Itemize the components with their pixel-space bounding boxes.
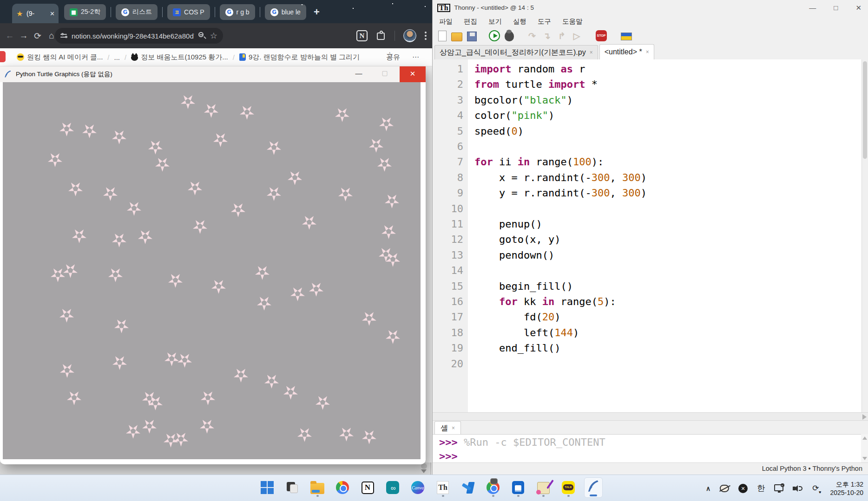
photos-sync-icon[interactable]: ⟳♥: [812, 483, 819, 493]
run-icon[interactable]: [489, 30, 500, 41]
display-network-icon[interactable]: [774, 484, 783, 491]
url-text[interactable]: notion.so/wonking/9-28e4314be62a80d7be33…: [72, 32, 194, 40]
new-tab-button[interactable]: +: [311, 6, 322, 18]
code-line: x = r.randint(-300, 300): [474, 172, 647, 183]
editor-hscrollbar[interactable]: [433, 412, 868, 421]
taskbar-blue-doc-app-icon[interactable]: [509, 477, 527, 498]
notion-extension-icon[interactable]: N: [356, 30, 368, 41]
taskbar-clock[interactable]: 오후 1:32 2025-10-20: [830, 480, 863, 497]
line-number: 12: [435, 234, 463, 245]
chrome-tab[interactable]: 코COS P: [167, 4, 210, 20]
shell-scroll-down-icon[interactable]: [862, 457, 867, 460]
shell-tab[interactable]: 셸 ×: [434, 421, 461, 435]
turtle-star: [188, 182, 202, 195]
chrome-menu-icon[interactable]: [425, 32, 427, 40]
taskbar-thonny-icon[interactable]: Th: [434, 477, 452, 498]
tray-chevron-up-icon[interactable]: ∧: [706, 485, 710, 492]
taskbar-chrome-profile-icon[interactable]: [484, 477, 502, 498]
breadcrumb-item[interactable]: 9강. 랜덤함수로 밤하늘의 별 그리기: [239, 53, 360, 62]
editor-tab[interactable]: <untitled> *×: [599, 44, 654, 59]
menu-item[interactable]: 파일: [439, 17, 453, 26]
shell-tab-close-icon[interactable]: ×: [452, 425, 455, 431]
taskbar-windows-start-icon[interactable]: [258, 477, 276, 498]
turtle-star: [231, 203, 245, 217]
debug-icon[interactable]: [505, 31, 514, 41]
stop-icon[interactable]: STOP: [596, 30, 607, 41]
taskbar-diary-app-icon[interactable]: [534, 477, 552, 498]
new-file-icon[interactable]: [438, 31, 447, 41]
code-editor[interactable]: 1234567891011121314151617181920 import r…: [433, 59, 861, 412]
turtle-title-bar[interactable]: Python Turtle Graphics (응답 없음) — ▢ ✕: [0, 66, 426, 82]
thonny-title-bar[interactable]: Th Thonny - <untitled> @ 14 : 5 — □ ✕: [433, 0, 868, 15]
taskbar-notion-icon[interactable]: N: [358, 477, 377, 498]
editor-tab[interactable]: 상암고_급식_데이터_정리하기(기본코드).py×: [434, 45, 598, 59]
turtle-star: [108, 268, 123, 282]
turtle-star: [59, 123, 74, 137]
taskbar-task-view-icon[interactable]: [283, 477, 302, 498]
page-more-icon[interactable]: ⋯: [412, 53, 419, 61]
save-icon[interactable]: [467, 32, 477, 41]
turtle-close-button[interactable]: ✕: [400, 66, 426, 82]
taskbar-kakaotalk-icon[interactable]: [559, 477, 578, 498]
page-scroll-down-icon[interactable]: [421, 469, 427, 473]
thonny-maximize-button[interactable]: □: [834, 4, 838, 12]
shell-scrollbar[interactable]: [861, 434, 868, 462]
turtle-star: [379, 117, 394, 131]
menu-item[interactable]: 도움말: [562, 17, 583, 26]
turtle-maximize-button[interactable]: ▢: [375, 69, 395, 79]
tab-close-icon[interactable]: ✕: [50, 10, 55, 17]
turtle-star: [201, 391, 215, 405]
menu-item[interactable]: 도구: [538, 17, 551, 26]
back-icon[interactable]: ←: [3, 31, 17, 41]
chrome-tab[interactable]: ▦25-2학: [64, 4, 106, 20]
korean-ime-indicator[interactable]: 한: [757, 483, 765, 494]
menu-item[interactable]: 편집: [464, 17, 477, 26]
tab-label: blue le: [282, 8, 301, 16]
shell-panel[interactable]: >>> %Run -c $EDITOR_CONTENT>>>: [433, 434, 861, 462]
profile-avatar[interactable]: [403, 29, 416, 42]
taskbar-arduino-icon[interactable]: ∞: [383, 477, 402, 498]
interpreter-status[interactable]: Local Python 3 • Thonny's Python: [762, 465, 862, 472]
taskbar-file-explorer-icon[interactable]: [308, 477, 327, 498]
taskbar-turtle-feather-icon[interactable]: [584, 477, 603, 498]
open-folder-icon[interactable]: [451, 33, 462, 41]
forward-icon[interactable]: →: [17, 31, 31, 41]
code-line: end_fill(): [474, 342, 560, 354]
shell-scroll-up-icon[interactable]: [862, 436, 867, 440]
thonny-minimize-button[interactable]: —: [809, 4, 816, 12]
breadcrumb-item[interactable]: 원킹 쌤의 AI 메이커 클...: [17, 53, 103, 62]
hscroll-right-icon[interactable]: [862, 414, 867, 420]
chrome-tab[interactable]: Gr g b: [220, 4, 255, 20]
editor-tab-close-icon[interactable]: ×: [646, 49, 649, 55]
thonny-close-button[interactable]: ✕: [855, 4, 861, 12]
bookmark-star-icon[interactable]: ☆: [210, 31, 217, 41]
editor-scrollbar[interactable]: [861, 59, 868, 412]
address-bar[interactable]: notion.so/wonking/9-28e4314be62a80d7be33…: [55, 28, 223, 44]
editor-tab-close-icon[interactable]: ×: [590, 49, 593, 56]
code-line: for ii in range(100):: [474, 156, 604, 168]
breadcrumb-item[interactable]: ...: [114, 53, 120, 61]
editor-scrollbar-thumb[interactable]: [863, 61, 867, 159]
tab-label: 리스트: [132, 8, 152, 16]
do-not-disturb-icon[interactable]: ✕: [738, 484, 748, 493]
zoom-out-icon[interactable]: [198, 32, 206, 40]
site-settings-icon[interactable]: [60, 32, 68, 39]
volume-icon[interactable]: [793, 484, 803, 493]
taskbar-chrome-icon[interactable]: [333, 477, 352, 498]
menu-item[interactable]: 보기: [488, 17, 502, 26]
google-favicon: G: [121, 8, 129, 16]
breadcrumb-item[interactable]: 정보 배움노트(10925 황가...: [131, 53, 228, 62]
favorite-star-icon[interactable]: ☆: [386, 50, 401, 64]
taskbar-canva-icon[interactable]: Canva: [408, 477, 427, 498]
chrome-tab[interactable]: Gblue le: [265, 4, 306, 20]
menu-item[interactable]: 실행: [513, 17, 526, 26]
reload-icon[interactable]: ⟳: [31, 31, 45, 41]
extensions-puzzle-icon[interactable]: [376, 31, 386, 41]
touchpad-off-icon[interactable]: [720, 485, 729, 492]
taskbar-vscode-icon[interactable]: [459, 477, 477, 498]
chrome-tab-active[interactable]: ★ (9- ✕: [12, 4, 59, 23]
turtle-canvas: [3, 82, 421, 459]
chrome-tab[interactable]: G리스트: [116, 4, 158, 20]
turtle-minimize-button[interactable]: —: [349, 66, 369, 82]
running-indicator: [590, 494, 597, 496]
